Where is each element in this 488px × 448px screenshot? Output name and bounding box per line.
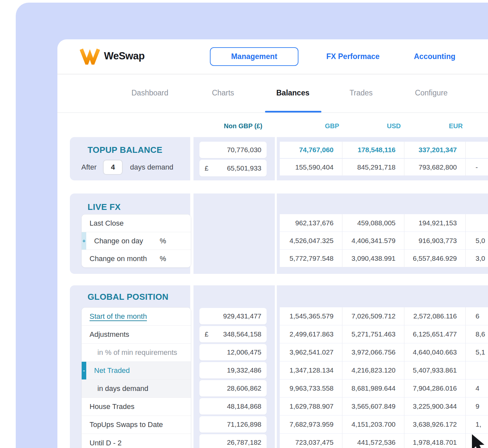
tab-charts[interactable]: Charts [212,89,234,97]
nongbp-value: 12,006,475 [206,348,267,356]
table-row: 9,963,733.558 8,681,989.644 7,904,286.01… [280,379,488,397]
days-demand-label: days demand [130,163,173,172]
position-cell-clipped: 9 [466,397,488,415]
table-row: 3,962,541.027 3,972,066.756 4,640,040.66… [280,343,488,361]
position-cell: 7,682,973.959 [280,416,342,433]
column-header-eur: EUR [406,121,463,131]
nav-management[interactable]: Management [210,47,298,66]
table-row: 723,037,475 441,572,536 1,978,418.701 [280,434,488,448]
row-label: Net Traded [94,366,130,375]
position-cell-clipped: 6 [466,307,488,325]
row-label: Change on day [94,237,143,245]
mouse-cursor-icon [471,434,488,448]
nongbp-value-box: 71,126,898 [199,416,267,433]
column-header-usd: USD [343,121,401,131]
position-cell: 3,962,541.027 [280,343,342,361]
fx-cell: 459,088,005 [342,214,404,232]
livefx-title: LIVE FX [88,202,121,212]
nongbp-value: 70,776,030 [206,146,267,154]
topup-after-control: After 4 days demand [81,159,173,175]
position-cell: 4,640,040.663 [404,343,466,361]
fx-cell: 3,090,438.991 [342,250,404,267]
nongbp-value-box: 929,431,477 [199,308,267,324]
livefx-left-panel: LIVE FX Last Close + Change on day % Cha… [70,193,190,274]
section-global-position: GLOBAL POSITION Start of the month Adjus… [70,285,488,448]
percent-suffix: % [160,255,166,263]
position-cell: 3,225,900.344 [404,397,466,415]
table-row: 1,347,128.134 4,216,823.120 5,407,933.86… [280,361,488,379]
nongbp-value: 929,431,477 [206,312,267,320]
column-header-gbp: GBP [280,121,339,131]
nongbp-value-box: £ 348,564,158 [199,326,267,342]
table-row: 2,499,617.863 5,271,751.463 6,125,651.47… [280,325,488,343]
tab-dashboard[interactable]: Dashboard [132,89,169,97]
global-row-net-traded: - Net Traded [82,362,191,380]
days-demand-input[interactable]: 4 [103,160,123,175]
currency-prefix: £ [199,164,209,172]
nav-accounting[interactable]: Accounting [414,52,456,61]
row-label: Adjustments [90,330,129,339]
start-of-month-link[interactable]: Start of the month [90,312,147,321]
column-header-non-gbp: Non GBP (£) [193,121,262,131]
nongbp-value-box: 70,776,030 [199,142,267,158]
fx-cell: 194,921,153 [404,214,466,232]
global-row-pct-min-requirements: in % of min requirements [82,344,191,362]
fx-cell: 962,137,676 [280,214,342,232]
livefx-row-change-day: + Change on day % [82,232,191,250]
balance-cell-clipped: - [466,159,488,175]
row-label: TopUps Swaps to Date [90,420,163,429]
subnav-divider [57,112,488,113]
position-cell: 3,638,926.172 [404,416,466,433]
collapse-minus-toggle[interactable]: - [82,362,86,379]
global-currency-panel: 1,545,365.579 7,026,509.712 2,572,086.11… [277,285,488,448]
brand-logo[interactable]: WeSwap [80,47,145,66]
position-cell: 4,151,203.700 [342,416,404,433]
row-label: Until D - 2 [90,439,122,447]
row-label: in % of min requirements [90,348,177,357]
after-label: After [81,163,96,172]
position-cell: 1,347,128.134 [280,361,342,379]
global-row-in-days-demand: in days demand [82,380,191,398]
position-cell: 9,963,733.558 [280,379,342,397]
nav-fx-performance[interactable]: FX Performace [326,52,379,61]
global-row-house-trades: House Trades [82,398,191,416]
tab-balances[interactable]: Balances [276,89,309,97]
position-cell: 723,037,475 [280,434,342,448]
nongbp-value-box: 28,606,862 [199,380,267,397]
row-label: House Trades [90,402,134,411]
position-cell: 1,978,418.701 [404,434,466,448]
balance-cell: 74,767,060 [280,142,342,158]
expand-plus-toggle[interactable]: + [82,232,86,250]
position-cell-clipped: 1, [466,416,488,433]
row-label: Last Close [90,219,124,228]
nongbp-value: 348,564,158 [209,330,267,338]
position-cell-clipped [466,361,488,379]
nongbp-value-box: 19,332,486 [199,362,267,378]
position-cell: 2,499,617.863 [280,325,342,343]
global-nongbp-panel: 929,431,477 £ 348,564,158 12,006,475 19,… [193,285,275,448]
position-cell: 8,681,989.644 [342,379,404,397]
balance-cell: 178,548,116 [342,142,404,158]
balance-cell: 155,590,404 [280,159,342,175]
position-cell: 5,271,751.463 [342,325,404,343]
fx-cell-clipped: 3,0 [466,250,488,267]
section-topup-balance: TOPUP BALANCE After 4 days demand 70,776… [70,137,488,180]
currency-prefix: £ [199,330,209,338]
table-row: 5,772,797.548 3,090,438.991 6,557,846.92… [280,250,488,267]
global-row-topups-swaps: TopUps Swaps to Date [82,416,191,434]
balance-cell: 793,682,800 [404,159,466,175]
table-row: 962,137,676 459,088,005 194,921,153 [280,214,488,232]
position-cell: 4,216,823.120 [342,361,404,379]
weswap-w-icon [80,48,100,65]
balance-cell: 337,201,347 [404,142,466,158]
nongbp-value: 28,606,862 [206,384,267,392]
position-cell: 3,565,607.849 [342,397,404,415]
global-row-card: Start of the month Adjustments in % of m… [81,307,191,448]
header-divider [57,74,488,74]
topup-left-panel: TOPUP BALANCE After 4 days demand [70,137,190,180]
position-cell: 7,026,509.712 [342,307,404,325]
tab-configure[interactable]: Configure [415,89,448,97]
fx-cell-clipped: 5,0 [466,232,488,249]
table-row: 1,545,365.579 7,026,509.712 2,572,086.11… [280,307,488,325]
tab-trades[interactable]: Trades [350,89,373,97]
